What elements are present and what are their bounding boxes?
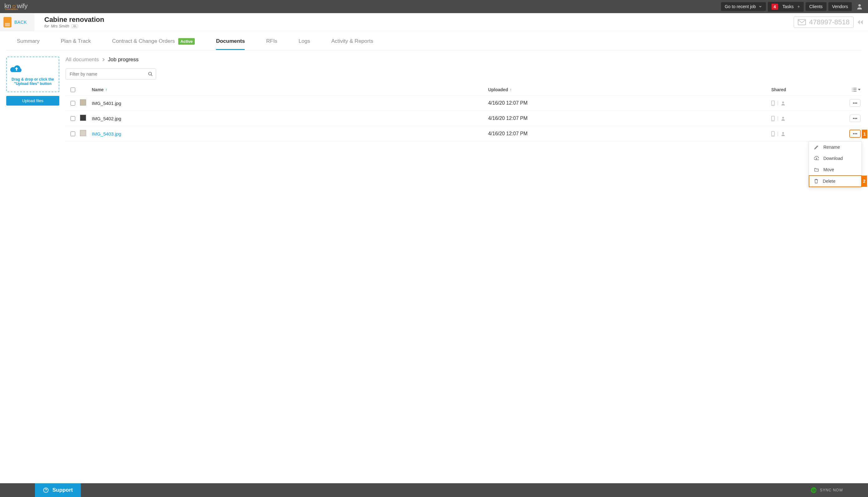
file-uploaded-date: 4/16/20 12:07 PM: [488, 100, 771, 106]
svg-point-6: [73, 25, 75, 26]
file-uploaded-date: 4/16/20 12:07 PM: [488, 116, 771, 121]
sort-icon: ↑: [510, 87, 512, 92]
tab-plan-track[interactable]: Plan & Track: [50, 34, 101, 50]
ctx-download[interactable]: Download: [809, 153, 862, 164]
svg-point-19: [782, 101, 784, 103]
upload-files-button[interactable]: Upload files: [6, 96, 59, 105]
svg-point-22: [782, 116, 784, 118]
filter-input[interactable]: [65, 68, 156, 80]
table-row[interactable]: IMG_5401.jpg 4/16/20 12:07 PM | •••: [65, 96, 862, 111]
svg-point-9: [149, 72, 151, 75]
ctx-delete[interactable]: Delete: [809, 175, 862, 187]
callout-1: 1: [862, 130, 867, 138]
tab-summary[interactable]: Summary: [6, 34, 50, 50]
tasks-button[interactable]: 4 Tasks +: [768, 2, 804, 12]
support-button[interactable]: Support: [35, 483, 81, 497]
search-icon: [148, 72, 153, 76]
collapse-panel-icon[interactable]: [857, 19, 864, 25]
row-checkbox[interactable]: [71, 131, 75, 136]
upload-dropzone[interactable]: Drag & drop or click the "Upload files" …: [6, 57, 59, 92]
breadcrumb: All documents Job progress: [65, 57, 862, 63]
top-bar: kn☼wify Contractors Go to recent job 4 T…: [0, 0, 868, 13]
row-more-button[interactable]: •••: [850, 130, 860, 138]
svg-point-7: [75, 25, 76, 26]
person-icon: [781, 101, 785, 105]
trash-icon: [814, 179, 818, 184]
file-uploaded-date: 4/16/20 12:07 PM: [488, 131, 771, 137]
ctx-move[interactable]: Move: [809, 164, 862, 175]
plus-icon: +: [797, 4, 800, 9]
breadcrumb-root[interactable]: All documents: [65, 57, 99, 63]
brand-logo[interactable]: kn☼wify Contractors: [4, 2, 28, 11]
sort-asc-icon: ↑: [105, 87, 107, 92]
active-badge: Active: [178, 38, 195, 45]
mobile-icon: [771, 116, 775, 121]
envelope-icon: [798, 19, 806, 25]
table-row[interactable]: IMG_5403.jpg 4/16/20 12:07 PM | ••• 1 Re…: [65, 126, 862, 142]
svg-point-25: [782, 132, 784, 134]
file-thumbnail: [80, 130, 86, 136]
svg-text:qb: qb: [812, 488, 816, 492]
edit-icon: [814, 145, 819, 150]
job-title: Cabine renovation: [44, 16, 794, 24]
row-more-button[interactable]: •••: [850, 115, 860, 122]
ctx-rename[interactable]: Rename: [809, 142, 862, 153]
file-name[interactable]: IMG_5403.jpg: [92, 131, 488, 137]
tab-logs[interactable]: Logs: [288, 34, 321, 50]
file-name[interactable]: IMG_5402.jpg: [92, 116, 488, 121]
chevron-down-icon: [759, 5, 762, 9]
job-client-line: for Mrs Smith: [44, 24, 794, 28]
chevron-right-icon: [102, 58, 105, 61]
tasks-count-badge: 4: [771, 4, 778, 10]
breadcrumb-current: Job progress: [108, 57, 138, 63]
client-badge-icon: [71, 24, 78, 28]
column-header-name[interactable]: Name↑: [92, 87, 488, 92]
file-thumbnail: [80, 99, 86, 105]
column-header-shared[interactable]: Shared: [771, 87, 840, 92]
tab-rfis[interactable]: RFIs: [255, 34, 288, 50]
person-icon: [781, 131, 785, 136]
row-more-button[interactable]: •••: [850, 99, 860, 107]
context-menu: Rename Download Move Delete: [809, 141, 862, 187]
clients-button[interactable]: Clients: [806, 2, 826, 11]
recent-job-dropdown[interactable]: Go to recent job: [721, 2, 766, 11]
table-header: Name↑ Uploaded↑ Shared: [65, 84, 862, 96]
column-header-uploaded[interactable]: Uploaded↑: [488, 87, 771, 92]
footer-bar: Support qb SYNC NOW: [0, 483, 868, 497]
file-name[interactable]: IMG_5401.jpg: [92, 101, 488, 106]
quickbooks-icon: qb: [811, 487, 817, 493]
mobile-icon: [771, 131, 775, 137]
select-all-checkbox[interactable]: [71, 87, 75, 92]
person-icon: [781, 116, 785, 121]
vendors-button[interactable]: Vendors: [828, 2, 852, 11]
svg-line-10: [151, 75, 152, 76]
cloud-upload-icon: [10, 64, 56, 74]
svg-rect-8: [798, 19, 806, 25]
job-header: $ BACK Cabine renovation for Mrs Smith 4…: [0, 13, 868, 31]
tab-documents[interactable]: Documents: [205, 34, 255, 50]
email-reference-button[interactable]: 478997-8518: [794, 17, 854, 28]
tab-contract[interactable]: Contract & Change Orders Active: [101, 34, 205, 50]
table-row[interactable]: IMG_5402.jpg 4/16/20 12:07 PM | •••: [65, 111, 862, 126]
file-thumbnail: [80, 115, 86, 121]
user-menu-icon[interactable]: [855, 2, 864, 11]
download-icon: [814, 156, 819, 161]
tab-activity-reports[interactable]: Activity & Reports: [321, 34, 384, 50]
sync-now-button[interactable]: qb SYNC NOW: [811, 487, 868, 493]
back-button[interactable]: $ BACK: [0, 13, 34, 31]
view-toggle-icon[interactable]: [852, 87, 860, 92]
svg-point-0: [858, 4, 861, 6]
row-checkbox[interactable]: [71, 101, 75, 105]
mobile-icon: [771, 101, 775, 106]
folder-icon: [814, 168, 819, 172]
svg-text:$: $: [5, 18, 8, 22]
tab-bar: Summary Plan & Track Contract & Change O…: [6, 31, 862, 50]
callout-2: 2: [862, 175, 867, 187]
row-checkbox[interactable]: [71, 116, 75, 121]
help-icon: [43, 487, 49, 493]
svg-rect-26: [814, 145, 818, 149]
document-icon: $: [2, 17, 13, 28]
